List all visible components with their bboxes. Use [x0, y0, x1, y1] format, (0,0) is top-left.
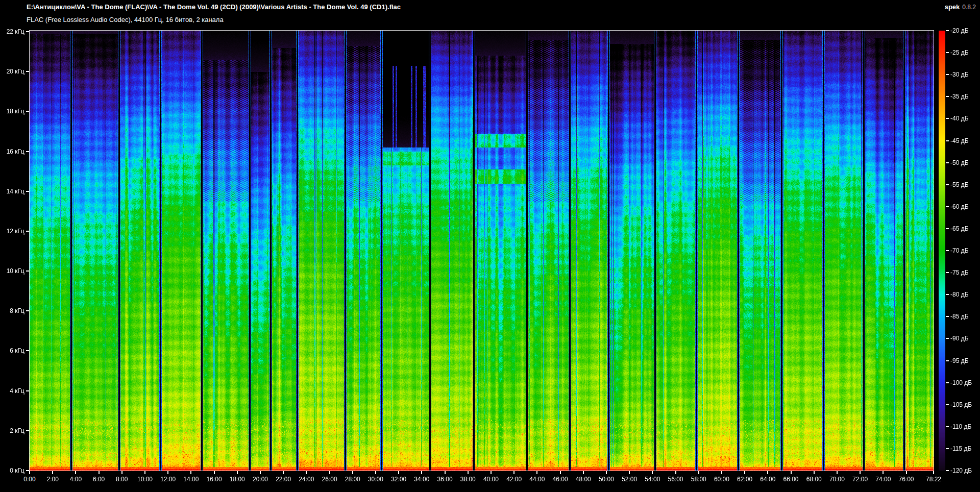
db-tick-label: -35 дБ [950, 93, 969, 100]
db-tick-label: -115 дБ [950, 445, 971, 452]
db-tick [946, 338, 949, 339]
time-tick [75, 471, 76, 474]
spectrogram-canvas [30, 31, 934, 471]
time-tick [767, 471, 768, 474]
freq-tick [26, 231, 29, 232]
freq-tick-label: 12 кГц [1, 228, 24, 235]
db-tick-label: -70 дБ [950, 247, 969, 254]
db-tick-label: -120 дБ [950, 467, 972, 474]
db-tick [946, 52, 949, 53]
app-version: 0.8.2 [962, 4, 976, 11]
time-tick [283, 471, 284, 474]
freq-tick-label: 2 кГц [1, 427, 24, 434]
time-tick [306, 471, 307, 474]
time-tick [237, 471, 238, 474]
freq-tick [26, 151, 29, 152]
time-tick [121, 471, 122, 474]
time-tick [675, 471, 676, 474]
time-tick [491, 471, 492, 474]
db-tick [946, 382, 949, 383]
app-identity: spek0.8.2 [945, 3, 976, 11]
time-tick [144, 471, 145, 474]
time-tick [375, 471, 376, 474]
db-tick [946, 316, 949, 317]
time-tick [398, 471, 399, 474]
freq-tick-label: 14 кГц [1, 188, 24, 195]
db-tick-label: -20 дБ [950, 27, 969, 34]
db-tick-label: -25 дБ [950, 49, 969, 56]
db-tick [946, 118, 949, 119]
time-tick [468, 471, 469, 474]
time-tick [721, 471, 722, 474]
freq-tick [26, 71, 29, 72]
db-tick-label: -110 дБ [950, 423, 971, 430]
time-tick [652, 471, 653, 474]
freq-tick-label: 18 кГц [1, 108, 24, 115]
freq-tick [26, 310, 29, 311]
db-tick [946, 360, 949, 361]
time-tick [214, 471, 215, 474]
time-tick [837, 471, 838, 474]
db-tick [946, 404, 949, 405]
time-tick [329, 471, 330, 474]
time-tick [583, 471, 584, 474]
freq-tick [26, 390, 29, 391]
db-tick [946, 74, 949, 75]
freq-tick-label: 8 кГц [1, 307, 24, 314]
db-tick-label: -85 дБ [950, 313, 969, 320]
time-tick [629, 471, 630, 474]
db-tick [946, 162, 949, 163]
freq-tick-label: 0 кГц [1, 467, 24, 474]
freq-tick-label: 10 кГц [1, 267, 24, 275]
db-tick [946, 30, 949, 31]
time-tick [421, 471, 422, 474]
time-tick [698, 471, 699, 474]
db-tick-label: -105 дБ [950, 401, 972, 408]
db-tick-label: -65 дБ [950, 225, 969, 232]
db-tick-label: -40 дБ [950, 115, 969, 122]
time-tick [791, 471, 792, 474]
db-tick-label: -45 дБ [950, 137, 969, 144]
time-tick [513, 471, 514, 474]
freq-tick [26, 191, 29, 192]
time-tick [352, 471, 353, 474]
freq-tick [26, 270, 29, 272]
freq-tick-label: 22 кГц [1, 28, 24, 35]
freq-tick-label: 20 кГц [1, 68, 24, 75]
time-tick [445, 471, 446, 474]
db-tick-label: -90 дБ [950, 335, 969, 342]
db-tick [946, 184, 949, 185]
time-tick [190, 471, 191, 474]
db-tick [946, 426, 949, 427]
db-tick [946, 294, 949, 295]
time-tick-label: 78:22 [917, 476, 950, 483]
db-tick [946, 272, 949, 273]
time-tick [560, 471, 561, 474]
time-tick [52, 471, 53, 474]
time-tick [606, 471, 607, 474]
db-tick-label: -50 дБ [950, 159, 969, 166]
freq-tick [26, 111, 29, 112]
spek-window: E:\Антициклон\VA - The Dome (FLAC)\VA - … [0, 0, 980, 492]
legend-gradient [939, 31, 945, 471]
time-tick [860, 471, 861, 474]
db-tick [946, 140, 949, 141]
time-tick [883, 471, 884, 474]
time-tick [814, 471, 815, 474]
time-tick [933, 471, 934, 474]
time-tick [744, 471, 745, 474]
freq-tick-label: 16 кГц [1, 148, 24, 155]
freq-tick-label: 6 кГц [1, 347, 24, 354]
db-tick [946, 228, 949, 229]
time-tick [167, 471, 168, 474]
time-tick [260, 471, 261, 474]
db-tick [946, 470, 949, 471]
freq-tick [26, 31, 29, 32]
freq-tick-label: 4 кГц [1, 387, 24, 395]
db-tick-label: -55 дБ [950, 181, 969, 188]
freq-tick [26, 430, 29, 431]
app-name: spek [945, 3, 960, 11]
db-tick-label: -95 дБ [950, 357, 969, 364]
time-tick [906, 471, 907, 474]
db-tick [946, 206, 949, 207]
